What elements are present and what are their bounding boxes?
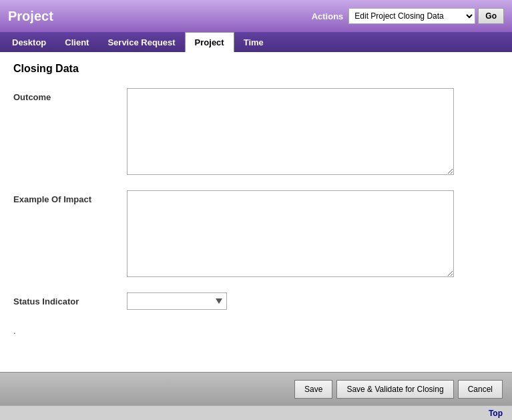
outcome-field-container (127, 88, 499, 177)
outcome-row: Outcome (13, 88, 499, 177)
go-button[interactable]: Go (478, 8, 504, 24)
outcome-textarea[interactable] (127, 88, 454, 175)
top-link[interactable]: Top (489, 409, 503, 418)
impact-row: Example Of Impact (13, 190, 499, 279)
page-title: Closing Data (13, 63, 499, 75)
status-select[interactable]: Open Closed In Progress (127, 292, 227, 310)
outcome-label: Outcome (13, 88, 127, 102)
bottom-strip: Top (0, 405, 512, 420)
impact-field-container (127, 190, 499, 279)
content-area: Closing Data Outcome Example Of Impact S… (0, 52, 512, 372)
nav-item-time[interactable]: Time (234, 32, 273, 52)
impact-label: Example Of Impact (13, 190, 127, 204)
nav-item-desktop[interactable]: Desktop (3, 32, 55, 52)
actions-label: Actions (312, 11, 344, 21)
dot-spacer: . (13, 323, 499, 339)
nav-item-client[interactable]: Client (55, 32, 98, 52)
save-validate-button[interactable]: Save & Validate for Closing (336, 380, 453, 399)
nav-item-service-request[interactable]: Service Request (98, 32, 184, 52)
cancel-button[interactable]: Cancel (458, 380, 503, 399)
status-row: Status Indicator Open Closed In Progress (13, 292, 499, 310)
status-label: Status Indicator (13, 292, 127, 306)
app-header: Project Actions Edit Project Closing Dat… (0, 0, 512, 32)
footer-bar: Save Save & Validate for Closing Cancel (0, 372, 512, 405)
nav-item-project[interactable]: Project (185, 32, 234, 52)
actions-select[interactable]: Edit Project Closing Data (348, 8, 475, 24)
nav-bar: Desktop Client Service Request Project T… (0, 32, 512, 52)
app-title: Project (8, 9, 312, 24)
status-field-container: Open Closed In Progress (127, 292, 499, 310)
save-button[interactable]: Save (294, 380, 332, 399)
impact-textarea[interactable] (127, 190, 454, 277)
